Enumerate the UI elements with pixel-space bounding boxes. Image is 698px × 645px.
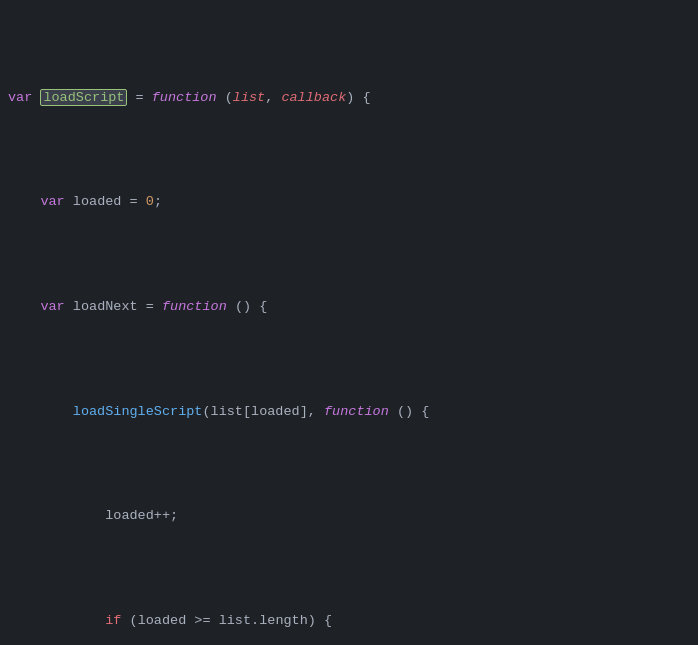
code-line-2: var loaded = 0;	[0, 192, 698, 213]
code-line-4: loadSingleScript(list[loaded], function …	[0, 402, 698, 423]
code-line-1: var loadScript = function (list, callbac…	[0, 88, 698, 109]
code-line-5: loaded++;	[0, 506, 698, 527]
code-block: var loadScript = function (list, callbac…	[0, 0, 698, 645]
code-line-3: var loadNext = function () {	[0, 297, 698, 318]
code-line-6: if (loaded >= list.length) {	[0, 611, 698, 632]
